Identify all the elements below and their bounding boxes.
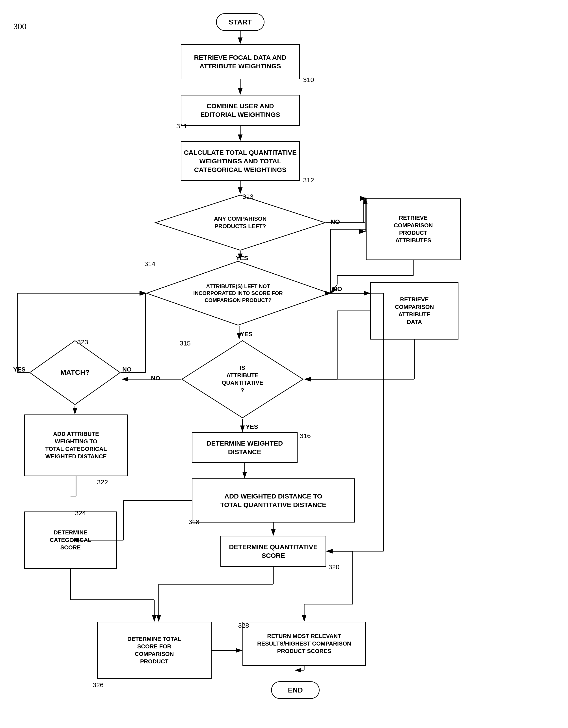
start-terminal: START <box>216 13 264 31</box>
box-retrieve-comp-products: RETRIEVE COMPARISON PRODUCT ATTRIBUTES <box>366 198 461 260</box>
ref-312: 312 <box>303 176 314 184</box>
end-terminal: END <box>271 681 320 699</box>
ref-314: 314 <box>144 260 155 268</box>
ref-328: 328 <box>238 622 249 629</box>
ref-316: 316 <box>300 432 311 440</box>
arrow-label-315-yes: YES <box>246 423 258 430</box>
box-320: DETERMINE QUANTITATIVE SCORE <box>220 536 326 567</box>
ref-326: 326 <box>93 681 104 689</box>
arrow-label-315-no: NO <box>151 375 160 382</box>
arrow-label-323-no: NO <box>122 366 132 373</box>
box-retrieve-comp-attr: RETRIEVE COMPARISON ATTRIBUTE DATA <box>370 282 458 340</box>
ref-318: 318 <box>188 518 199 526</box>
arrow-label-323-yes: YES <box>13 366 26 373</box>
box-310: RETRIEVE FOCAL DATA AND ATTRIBUTE WEIGHT… <box>181 44 300 79</box>
box-316: DETERMINE WEIGHTED DISTANCE <box>192 432 298 463</box>
ref-320: 320 <box>328 563 339 571</box>
box-322: ADD ATTRIBUTE WEIGHTING TO TOTAL CATEGOR… <box>24 414 128 476</box>
ref-313: 313 <box>242 193 253 200</box>
diagram-label-300: 300 <box>13 22 26 31</box>
box-312: CALCULATE TOTAL QUANTITATIVE WEIGHTINGS … <box>181 141 300 181</box>
box-326: DETERMINE TOTAL SCORE FOR COMPARISON PRO… <box>97 622 212 679</box>
ref-324: 324 <box>75 509 86 517</box>
arrow-label-313-no: NO <box>331 218 340 225</box>
diagram-container: 300 START RETRIEVE FOCAL DATA AND ATTRIB… <box>0 0 568 728</box>
diamond-313: ANY COMPARISON PRODUCTS LEFT? <box>154 194 326 251</box>
box-328: RETURN MOST RELEVANT RESULTS/HIGHEST COM… <box>242 622 366 666</box>
diamond-315: IS ATTRIBUTE QUANTITATIVE ? <box>181 340 304 419</box>
box-324: DETERMINE CATEGORICAL SCORE <box>24 511 117 569</box>
ref-322: 322 <box>97 478 108 486</box>
ref-315: 315 <box>180 340 191 347</box>
arrow-label-314-yes: YES <box>240 331 253 338</box>
diamond-323: MATCH? <box>29 340 121 406</box>
box-311: COMBINE USER AND EDITORIAL WEIGHTINGS <box>181 95 300 126</box>
box-318: ADD WEIGHTED DISTANCE TO TOTAL QUANTITAT… <box>192 478 355 523</box>
ref-310: 310 <box>303 76 314 84</box>
ref-311: 311 <box>176 122 187 130</box>
ref-323: 323 <box>77 338 88 346</box>
diamond-314: ATTRIBUTE(S) LEFT NOT INCORPORATED INTO … <box>145 260 331 326</box>
arrow-label-314-no: NO <box>333 286 342 293</box>
